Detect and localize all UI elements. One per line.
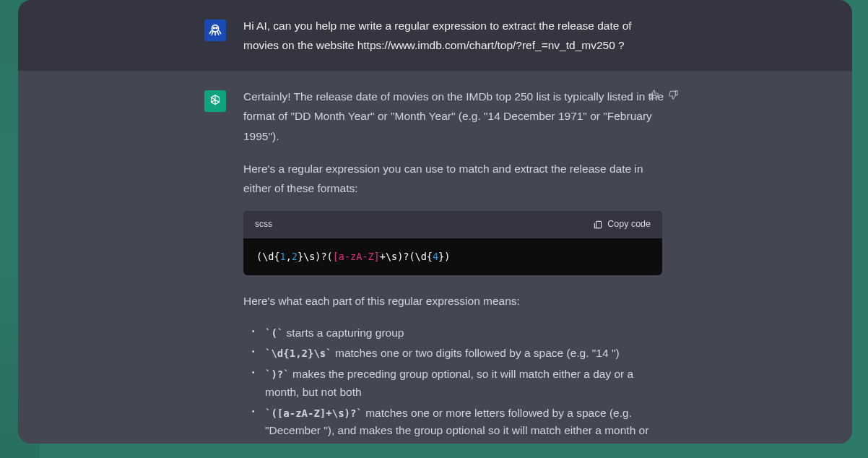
octopus-icon: [207, 22, 223, 38]
code-lang-label: scss: [255, 217, 272, 232]
feedback-buttons: [648, 89, 679, 103]
svg-point-2: [216, 27, 217, 29]
openai-icon: [207, 93, 223, 109]
list-item: `\d{1,2}\s` matches one or two digits fo…: [249, 345, 669, 363]
code-header: scss Copy code: [243, 211, 662, 238]
inline-code: `(`: [265, 327, 283, 339]
code-block: scss Copy code (\d{1,2}\s)?([a-zA-Z]+\s)…: [243, 211, 662, 276]
user-avatar: [204, 20, 226, 41]
svg-rect-3: [596, 221, 602, 228]
ai-message-row: Certainly! The release date of movies on…: [18, 71, 852, 444]
user-message-row: Hi AI, can you help me write a regular e…: [18, 0, 852, 71]
user-message-text: Hi AI, can you help me write a regular e…: [243, 16, 669, 55]
ai-explain-header: Here's what each part of this regular ex…: [243, 291, 669, 311]
list-item: `)?` makes the preceding group optional,…: [249, 366, 669, 402]
explanation-list: `(` starts a capturing group`\d{1,2}\s` …: [249, 324, 669, 444]
thumbs-up-icon[interactable]: [648, 89, 660, 103]
inline-code: `)?`: [265, 368, 290, 380]
list-item: `([a-zA-Z]+\s)?` matches one or more let…: [249, 405, 669, 444]
list-item: `(` starts a capturing group: [249, 324, 669, 342]
ai-intro-2: Here's a regular expression you can use …: [243, 159, 669, 198]
copy-code-button[interactable]: Copy code: [593, 217, 651, 233]
inline-code: `([a-zA-Z]+\s)?`: [265, 407, 363, 419]
chat-card: Hi AI, can you help me write a regular e…: [18, 0, 852, 444]
clipboard-icon: [593, 220, 603, 230]
inline-code: `\d{1,2}\s`: [265, 347, 332, 359]
ai-message-body: Certainly! The release date of movies on…: [243, 87, 669, 444]
ai-avatar: [204, 90, 226, 112]
svg-point-1: [213, 27, 214, 29]
copy-code-label: Copy code: [607, 217, 651, 233]
ai-intro-1: Certainly! The release date of movies on…: [243, 87, 669, 145]
thumbs-down-icon[interactable]: [667, 89, 679, 103]
code-content[interactable]: (\d{1,2}\s)?([a-zA-Z]+\s)?(\d{4}): [243, 238, 662, 276]
